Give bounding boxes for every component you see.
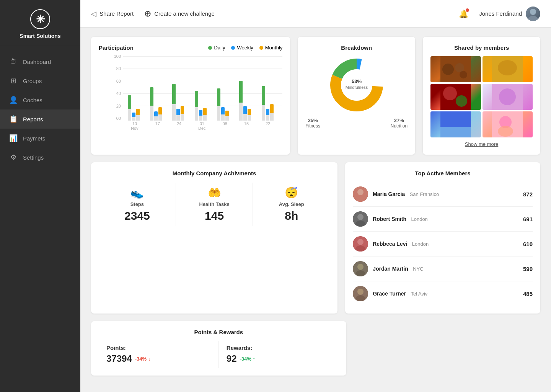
dashboard-label: Dashboard — [23, 59, 51, 65]
metric-health-tasks: 🤲 Health Tasks 145 — [176, 183, 253, 226]
bar-monthly — [158, 107, 162, 121]
member-score-3: 590 — [523, 266, 533, 272]
bar-group — [239, 81, 251, 121]
main-content: ◁ Share Report ⊕ Create a new challenge … — [80, 0, 551, 392]
metric-label-0: Steps — [130, 201, 144, 207]
member-location-2: London — [412, 241, 429, 247]
points-card: Points & Rewards Points: 37394 -34% ↓ Re… — [91, 321, 346, 376]
svg-point-31 — [357, 239, 364, 245]
member-score-2: 610 — [523, 241, 533, 247]
x-labels: 10Nov17 24 01Dec08 15 22 — [122, 121, 279, 131]
rewards-label: Rewards: — [227, 345, 331, 351]
rewards-change: -34% ↑ — [240, 356, 255, 362]
member-avatar-2 — [353, 236, 368, 252]
sidebar-nav: ⏱ Dashboard ⊞ Groups 👤 Coches 📋 Reports … — [0, 52, 80, 167]
reports-icon: 📋 — [9, 115, 18, 123]
nutrition-label: Nutrition — [390, 123, 408, 129]
breakdown-card: Breakdown 53% Mindfulness — [298, 37, 415, 155]
fitness-percent: 25% — [305, 118, 320, 123]
create-icon: ⊕ — [144, 9, 151, 19]
metric-label-1: Health Tasks — [199, 201, 229, 207]
create-challenge-label: Create a new challenge — [154, 10, 215, 17]
metric-icon-1: 🤲 — [208, 186, 221, 199]
main-area: Participation DailyWeeklyMonthly 1008060… — [80, 28, 551, 392]
donut-labels: 25% Fitness 27% Nutrition — [305, 118, 408, 129]
member-name-2: Rebbeca Levi — [373, 241, 407, 247]
user-menu[interactable]: Jones Ferdinand — [479, 7, 540, 21]
points-label: Points: — [106, 345, 211, 351]
create-challenge-button[interactable]: ⊕ Create a new challenge — [144, 9, 215, 19]
sidebar-item-dashboard[interactable]: ⏱ Dashboard — [0, 52, 80, 71]
svg-text:53%: 53% — [352, 78, 362, 84]
bar-group — [150, 87, 162, 121]
metrics-row: 👟 Steps 2345 🤲 Health Tasks 145 😴 Avg. S… — [99, 183, 330, 226]
sidebar-item-paymets[interactable]: 📊 Paymets — [0, 129, 80, 148]
metric-value-1: 145 — [205, 209, 224, 222]
svg-point-18 — [499, 88, 516, 105]
members-list: Maria Garcia San Fransico 872 Robert Smi… — [353, 182, 533, 306]
row-2: Monthly Company Achivments 👟 Steps 2345 … — [91, 162, 540, 314]
show-more-button[interactable]: Show me more — [430, 141, 533, 147]
groups-icon: ⊞ — [9, 77, 18, 85]
sidebar-item-reports[interactable]: 📋 Reports — [0, 109, 80, 129]
member-row: Jordan Martin NYC 590 — [353, 256, 533, 281]
member-row: Grace Turner Tel Aviv 485 — [353, 281, 533, 306]
shared-photo-5 — [430, 111, 481, 137]
member-avatar-0 — [353, 186, 368, 202]
groups-label: Groups — [23, 78, 42, 84]
nutrition-percent: 27% — [390, 118, 408, 123]
shared-photo-4 — [483, 84, 533, 110]
notification-button[interactable]: 🔔 — [459, 9, 468, 18]
bar-monthly — [203, 108, 207, 121]
member-info-2: Rebbeca Levi London — [373, 240, 518, 247]
bar-group — [195, 91, 207, 121]
sidebar-item-coches[interactable]: 👤 Coches — [0, 90, 80, 109]
bar-group — [262, 86, 274, 121]
bar-monthly — [225, 111, 229, 121]
bar-weekly — [154, 111, 158, 121]
bar-daily — [217, 88, 220, 121]
logo-icon: ✳ — [30, 9, 50, 29]
share-report-button[interactable]: ◁ Share Report — [91, 10, 134, 18]
shared-title: Shared by members — [430, 44, 533, 51]
bar-monthly — [270, 104, 274, 121]
bar-daily — [128, 95, 131, 121]
bar-weekly — [132, 113, 135, 121]
member-location-0: San Fransico — [410, 191, 439, 197]
metric-value-2: 8h — [285, 209, 298, 222]
svg-point-1 — [528, 16, 538, 21]
sidebar-item-groups[interactable]: ⊞ Groups — [0, 71, 80, 90]
member-info-0: Maria Garcia San Fransico — [373, 191, 518, 198]
svg-point-23 — [498, 126, 513, 137]
top-members-title: Top Active Members — [353, 170, 533, 176]
shared-photo-1 — [430, 56, 481, 82]
bar-daily — [150, 87, 153, 121]
share-report-label: Share Report — [99, 10, 134, 17]
reports-label: Reports — [23, 116, 43, 122]
share-icon: ◁ — [91, 10, 96, 18]
user-name: Jones Ferdinand — [479, 10, 522, 17]
coches-icon: 👤 — [9, 96, 18, 104]
member-row: Maria Garcia San Fransico 872 — [353, 182, 533, 207]
bar-group — [172, 84, 184, 121]
paymets-label: Paymets — [23, 135, 45, 142]
bar-weekly — [243, 106, 247, 121]
header: ◁ Share Report ⊕ Create a new challenge … — [80, 0, 551, 28]
metric-icon-0: 👟 — [130, 186, 144, 199]
svg-point-9 — [442, 64, 454, 75]
points-title: Points & Rewards — [99, 329, 339, 335]
svg-point-25 — [357, 189, 364, 195]
member-avatar-3 — [353, 261, 368, 276]
svg-point-28 — [357, 214, 364, 220]
sidebar-item-settings[interactable]: ⚙ Settings — [0, 148, 80, 167]
legend-weekly: Weekly — [231, 45, 253, 51]
bars-area — [122, 54, 279, 121]
shared-photo-6 — [483, 111, 533, 137]
metric-avg.-sleep: 😴 Avg. Sleep 8h — [253, 183, 330, 226]
member-row: Rebbeca Levi London 610 — [353, 232, 533, 256]
member-score-1: 691 — [523, 216, 533, 222]
sidebar-logo: ✳ Smart Solutions — [0, 0, 80, 46]
rewards-section: Rewards: 92 -34% ↑ — [219, 341, 339, 368]
bar-daily — [172, 84, 176, 121]
points-section: Points: 37394 -34% ↓ — [99, 341, 219, 368]
